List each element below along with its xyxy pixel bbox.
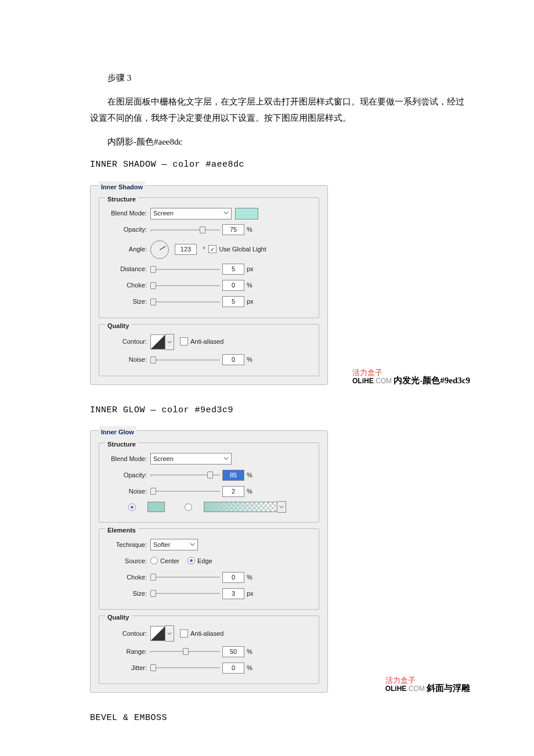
blend-mode-value: Screen xyxy=(153,207,174,219)
noise-input[interactable]: 0 xyxy=(222,354,244,365)
intro-paragraph: 在图层面板中栅格化文字层，在文字层上双击打开图层样式窗口。现在要做一系列尝试，经… xyxy=(90,93,470,127)
choke-slider[interactable] xyxy=(150,573,220,581)
distance-input[interactable]: 5 xyxy=(222,264,244,275)
glow-color-radio[interactable] xyxy=(128,503,136,511)
range-slider[interactable] xyxy=(150,647,220,656)
watermark-bold: OLiHE xyxy=(385,685,407,693)
noise-slider[interactable] xyxy=(150,356,220,364)
opacity-unit: % xyxy=(247,224,252,236)
radio-on-icon xyxy=(128,503,136,511)
inner-glow-cn: 内发光-颜色#9ed3c9 xyxy=(394,376,470,385)
opacity-label: Opacity: xyxy=(105,224,150,236)
source-edge-radio[interactable]: Edge xyxy=(187,555,212,567)
structure-legend: Structure xyxy=(105,438,138,451)
distance-slider[interactable] xyxy=(150,265,220,273)
bevel-emboss-en: BEVEL & EMBOSS xyxy=(90,710,470,727)
use-global-light-label: Use Global Light xyxy=(219,243,266,255)
opacity-label: Opacity: xyxy=(105,469,150,481)
panel-title: Inner Glow xyxy=(99,426,136,438)
noise-label: Noise: xyxy=(105,485,150,498)
angle-unit: ° xyxy=(203,243,205,255)
size-unit: px xyxy=(247,296,254,308)
angle-dial[interactable] xyxy=(150,240,169,259)
inner-shadow-panel: Inner Shadow Structure Blend Mode: Scree… xyxy=(90,185,328,385)
anti-aliased-checkbox[interactable]: Anti-aliased xyxy=(180,336,223,348)
size-label: Size: xyxy=(105,588,150,600)
size-slider[interactable] xyxy=(150,298,220,306)
color-swatch[interactable] xyxy=(235,208,258,219)
inner-glow-panel: Inner Glow Structure Blend Mode: Screen … xyxy=(90,430,328,693)
quality-legend: Quality xyxy=(105,611,131,624)
panel-title: Inner Shadow xyxy=(99,181,145,193)
blend-mode-select[interactable]: Screen xyxy=(150,208,232,219)
opacity-slider[interactable] xyxy=(150,471,220,479)
blend-mode-select[interactable]: Screen xyxy=(150,453,232,465)
contour-picker[interactable] xyxy=(150,334,174,350)
choke-input[interactable]: 0 xyxy=(222,572,244,583)
color-swatch[interactable] xyxy=(147,502,165,512)
size-slider[interactable] xyxy=(150,589,220,597)
jitter-unit: % xyxy=(247,662,252,674)
inner-shadow-en: INNER SHADOW — color #aee8dc xyxy=(90,157,470,174)
elements-legend: Elements xyxy=(105,524,138,537)
radio-off-icon xyxy=(150,557,158,564)
watermark: 活力盒子 OLiHE.COM 斜面与浮雕 xyxy=(385,676,470,693)
structure-fieldset: Structure Blend Mode: Screen Opacity: 85… xyxy=(99,442,319,523)
range-input[interactable]: 50 xyxy=(222,646,244,657)
radio-off-icon xyxy=(185,503,192,511)
choke-label: Choke: xyxy=(105,279,150,291)
angle-input[interactable]: 123 xyxy=(175,244,197,255)
chevron-down-icon xyxy=(165,625,174,642)
anti-aliased-label: Anti-aliased xyxy=(190,628,223,640)
watermark-rest: .COM xyxy=(374,377,392,385)
choke-slider[interactable] xyxy=(150,282,220,290)
check-icon: ✓ xyxy=(208,245,217,253)
contour-picker[interactable] xyxy=(150,625,174,642)
source-label: Source: xyxy=(105,555,150,567)
chevron-down-icon xyxy=(223,207,229,219)
technique-label: Technique: xyxy=(105,539,150,551)
chevron-down-icon xyxy=(223,453,229,465)
structure-fieldset: Structure Blend Mode: Screen Opacity: 75… xyxy=(99,197,319,318)
choke-unit: % xyxy=(247,571,252,584)
gradient-picker[interactable] xyxy=(204,501,286,513)
watermark: 活力盒子 OLiHE.COM 内发光-颜色#9ed3c9 xyxy=(352,369,470,385)
jitter-label: Jitter: xyxy=(105,662,150,674)
noise-input[interactable]: 2 xyxy=(222,486,244,497)
quality-fieldset: Quality Contour: Anti-aliased Noise: xyxy=(99,324,319,376)
anti-aliased-checkbox[interactable]: Anti-aliased xyxy=(180,628,223,640)
chevron-down-icon xyxy=(165,334,174,350)
glow-gradient-radio[interactable] xyxy=(185,503,192,511)
blend-mode-label: Blend Mode: xyxy=(105,453,150,465)
technique-value: Softer xyxy=(153,539,170,551)
quality-legend: Quality xyxy=(105,320,131,332)
blend-mode-value: Screen xyxy=(153,453,174,465)
watermark-rest: .COM xyxy=(406,685,424,693)
inner-glow-en: INNER GLOW — color #9ed3c9 xyxy=(90,402,470,419)
opacity-input[interactable]: 85 xyxy=(222,470,244,481)
noise-unit: % xyxy=(247,485,252,498)
opacity-input[interactable]: 75 xyxy=(222,224,244,235)
opacity-slider[interactable] xyxy=(150,226,220,234)
noise-label: Noise: xyxy=(105,354,150,366)
contour-icon xyxy=(150,626,165,641)
choke-input[interactable]: 0 xyxy=(222,280,244,291)
noise-slider[interactable] xyxy=(150,487,220,495)
jitter-slider[interactable] xyxy=(150,664,220,672)
chevron-down-icon xyxy=(190,539,195,551)
size-input[interactable]: 3 xyxy=(222,588,244,599)
use-global-light-checkbox[interactable]: ✓ Use Global Light xyxy=(208,243,266,255)
source-center-radio[interactable]: Center xyxy=(150,555,179,567)
checkbox-icon xyxy=(180,337,188,345)
step-heading: 步骤 3 xyxy=(90,70,470,87)
chevron-down-icon xyxy=(277,501,286,513)
size-input[interactable]: 5 xyxy=(222,296,244,307)
noise-unit: % xyxy=(247,354,252,366)
jitter-input[interactable]: 0 xyxy=(222,663,244,674)
inner-shadow-cn: 内阴影-颜色#aee8dc xyxy=(90,134,470,150)
contour-label: Contour: xyxy=(105,336,150,348)
choke-unit: % xyxy=(247,279,252,291)
checkbox-icon xyxy=(180,629,188,638)
angle-label: Angle: xyxy=(105,243,150,255)
technique-select[interactable]: Softer xyxy=(150,539,198,550)
